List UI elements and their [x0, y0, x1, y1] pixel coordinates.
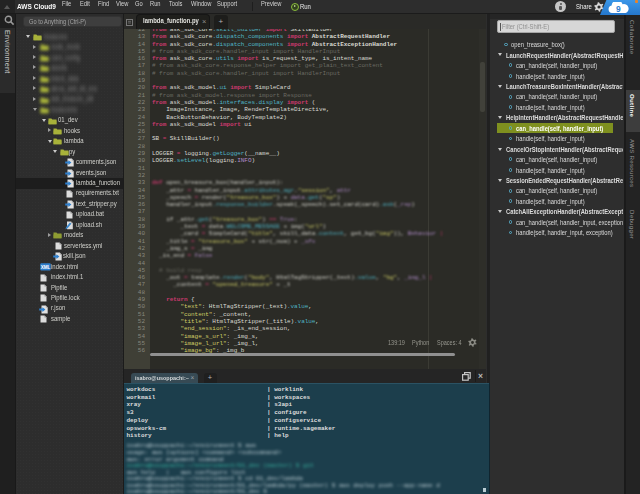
svg-text:9: 9	[616, 4, 621, 14]
